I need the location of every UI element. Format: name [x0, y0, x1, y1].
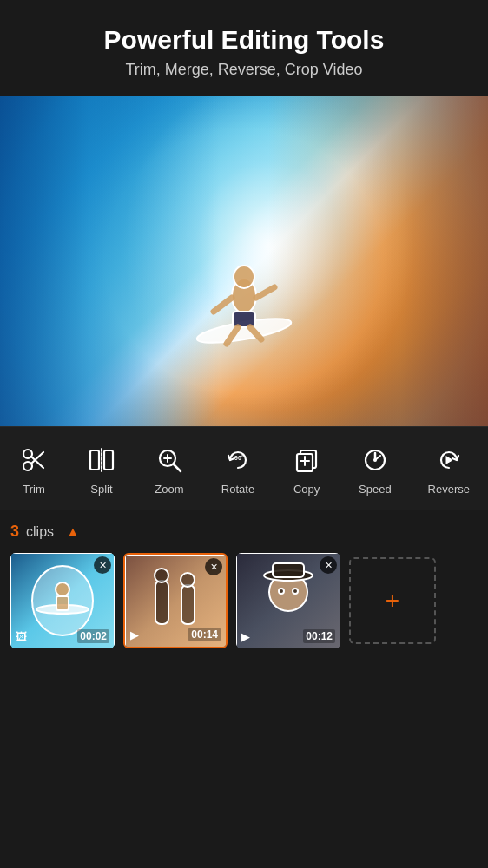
- speed-icon: [359, 444, 391, 476]
- zoom-icon: [154, 444, 185, 476]
- clips-label: clips: [26, 524, 54, 540]
- svg-line-5: [256, 287, 274, 298]
- clips-expand-icon[interactable]: ▲: [66, 524, 80, 540]
- add-clip-button[interactable]: +: [349, 557, 436, 644]
- rotate-icon: 90°: [222, 444, 254, 476]
- reverse-label: Reverse: [428, 483, 470, 496]
- scissors-icon: [18, 444, 49, 476]
- clip-close-button[interactable]: ✕: [94, 556, 111, 574]
- svg-point-35: [181, 573, 195, 587]
- water-left: [0, 96, 220, 426]
- svg-point-40: [279, 589, 284, 594]
- clips-row: ✕ 🖼 00:02: [10, 553, 478, 648]
- svg-point-41: [293, 589, 298, 594]
- rotate-button[interactable]: 90° Rotate: [214, 441, 261, 499]
- svg-line-4: [214, 298, 232, 312]
- toolbar-items: Trim Split Zoom: [0, 441, 488, 499]
- water-right: [268, 96, 488, 426]
- clip-type-video-icon: ▶: [130, 628, 139, 641]
- plus-icon: +: [386, 589, 399, 613]
- zoom-button[interactable]: Zoom: [147, 441, 192, 499]
- svg-rect-30: [56, 596, 69, 610]
- surfer-figure: [188, 183, 300, 357]
- clip-close-button[interactable]: ✕: [205, 558, 222, 575]
- svg-rect-34: [181, 585, 195, 624]
- split-icon: [86, 444, 117, 476]
- clip-duration: 00:14: [188, 628, 221, 641]
- clip-item[interactable]: ✕ ▶ 00:12: [236, 553, 340, 648]
- svg-point-3: [234, 266, 254, 288]
- header-section: Powerful Editing Tools Trim, Merge, Reve…: [0, 0, 488, 96]
- clip-type-video-icon: ▶: [241, 630, 250, 643]
- reverse-icon: [433, 444, 465, 476]
- video-preview[interactable]: [0, 96, 488, 426]
- trim-button[interactable]: Trim: [11, 441, 56, 499]
- trim-label: Trim: [23, 483, 45, 496]
- svg-point-25: [373, 458, 377, 462]
- svg-rect-39: [273, 563, 304, 577]
- clip-close-button[interactable]: ✕: [320, 556, 337, 574]
- clips-count: 3: [10, 523, 19, 541]
- toolbar: Trim Split Zoom: [0, 426, 488, 510]
- svg-point-33: [155, 569, 168, 582]
- clip-type-image-icon: 🖼: [16, 630, 27, 643]
- zoom-label: Zoom: [155, 483, 183, 496]
- svg-point-29: [56, 582, 69, 596]
- split-label: Split: [90, 483, 112, 496]
- page-title: Powerful Editing Tools: [17, 24, 471, 56]
- svg-text:90°: 90°: [234, 455, 244, 461]
- reverse-button[interactable]: Reverse: [421, 441, 477, 499]
- svg-rect-13: [104, 450, 113, 470]
- svg-rect-32: [155, 581, 168, 624]
- clip-item[interactable]: ✕ ▶ 00:14: [123, 553, 228, 648]
- clips-section: 3 clips ▲: [0, 510, 488, 659]
- page-subtitle: Trim, Merge, Reverse, Crop Video: [17, 61, 471, 79]
- copy-icon: [291, 444, 322, 476]
- speed-label: Speed: [359, 483, 392, 496]
- split-button[interactable]: Split: [79, 441, 124, 499]
- rotate-label: Rotate: [221, 483, 254, 496]
- speed-button[interactable]: Speed: [352, 441, 399, 499]
- clip-duration: 00:02: [77, 629, 109, 643]
- clip-duration: 00:12: [303, 629, 335, 643]
- copy-button[interactable]: Copy: [284, 441, 329, 499]
- clip-item[interactable]: ✕ 🖼 00:02: [10, 553, 115, 648]
- svg-line-16: [174, 464, 181, 471]
- copy-label: Copy: [293, 483, 320, 496]
- clips-header: 3 clips ▲: [10, 523, 478, 541]
- svg-rect-12: [90, 450, 99, 470]
